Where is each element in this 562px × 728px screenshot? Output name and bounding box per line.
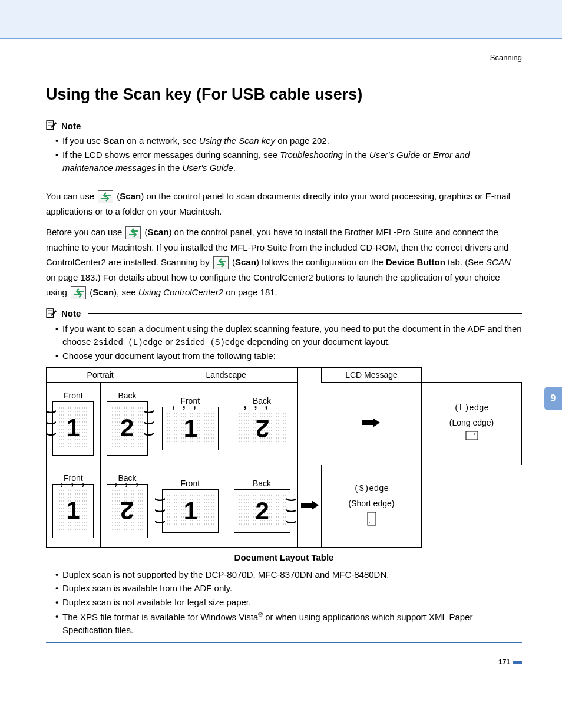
breadcrumb: Scanning: [46, 53, 522, 62]
cell-portrait-back-1: Back 2 ) ) ): [100, 382, 154, 465]
cell-landscape-back-1: Back 2 , , ,: [226, 382, 298, 465]
long-edge-icon: [465, 431, 478, 442]
arrow-cell: [322, 382, 422, 465]
scan-button-icon: [71, 286, 86, 299]
bullet-b1: Duplex scan is not supported by the DCP-…: [55, 568, 522, 581]
note-label: Note: [61, 308, 81, 318]
cell-portrait-front-2: Front 1 , , ,: [47, 465, 101, 547]
svg-rect-93: [368, 512, 376, 525]
svg-rect-50: [466, 431, 478, 440]
bullet-b2: Duplex scan is available from the ADF on…: [55, 582, 522, 595]
th-portrait: Portrait: [47, 367, 154, 382]
page-title: Using the Scan key (For USB cable users): [46, 85, 522, 104]
bullet-b3: Duplex scan is not available for legal s…: [55, 596, 522, 609]
paragraph-2: Before you can use (Scan) on the control…: [46, 225, 522, 300]
svg-rect-0: [47, 121, 53, 130]
note-label: Note: [61, 121, 81, 131]
th-lcd: LCD Message: [322, 367, 422, 382]
note2-item1: If you want to scan a document using the…: [55, 322, 522, 348]
scan-button-icon: [213, 256, 229, 269]
page-number: 171: [46, 658, 522, 666]
cell-landscape-front-2: Front 1 ) ) ): [154, 465, 226, 547]
top-bar: [0, 0, 562, 39]
lcd-ledge: (L)edge (Long edge): [422, 382, 522, 465]
note1-item1: If you use Scan on a network, see Using …: [55, 134, 522, 147]
note2-item2: Choose your document layout from the fol…: [55, 350, 522, 363]
layout-table: Portrait Landscape LCD Message Front 1 )…: [46, 367, 522, 548]
chapter-tab: 9: [544, 387, 562, 410]
divider: [88, 126, 522, 126]
short-edge-icon: [367, 512, 376, 526]
th-landscape: Landscape: [154, 367, 298, 382]
pencil-note-icon: [46, 308, 58, 319]
scan-button-icon: [125, 226, 141, 239]
bullet-b4: The XPS file format is available for Win…: [55, 610, 522, 637]
pencil-note-icon: [46, 120, 58, 131]
table-caption: Document Layout Table: [46, 552, 522, 562]
arrow-right-icon: [301, 500, 319, 510]
divider: [88, 313, 522, 314]
cell-landscape-front-1: Front 1 , , ,: [154, 382, 226, 465]
cell-landscape-back-2: Back 2 ) ) ): [226, 465, 298, 547]
paragraph-1: You can use (Scan) on the control panel …: [46, 189, 522, 219]
arrow-cell: [298, 465, 322, 547]
divider: [46, 180, 522, 180]
lcd-sedge: (S)edge (Short edge): [322, 465, 422, 547]
arrow-right-icon: [362, 418, 380, 427]
note-block-1: Note If you use Scan on a network, see U…: [46, 120, 522, 174]
cell-portrait-front-1: Front 1 ) ) ): [47, 382, 101, 465]
scan-button-icon: [98, 190, 113, 203]
note-block-2: Note If you want to scan a document usin…: [46, 308, 522, 637]
svg-rect-4: [47, 309, 53, 318]
divider: [46, 642, 522, 643]
cell-portrait-back-2: Back 2 , , ,: [100, 465, 154, 547]
note1-item2: If the LCD shows error messages during s…: [55, 149, 522, 174]
page-content: 9 Scanning Using the Scan key (For USB c…: [0, 39, 562, 684]
th-arrow: [298, 367, 322, 465]
